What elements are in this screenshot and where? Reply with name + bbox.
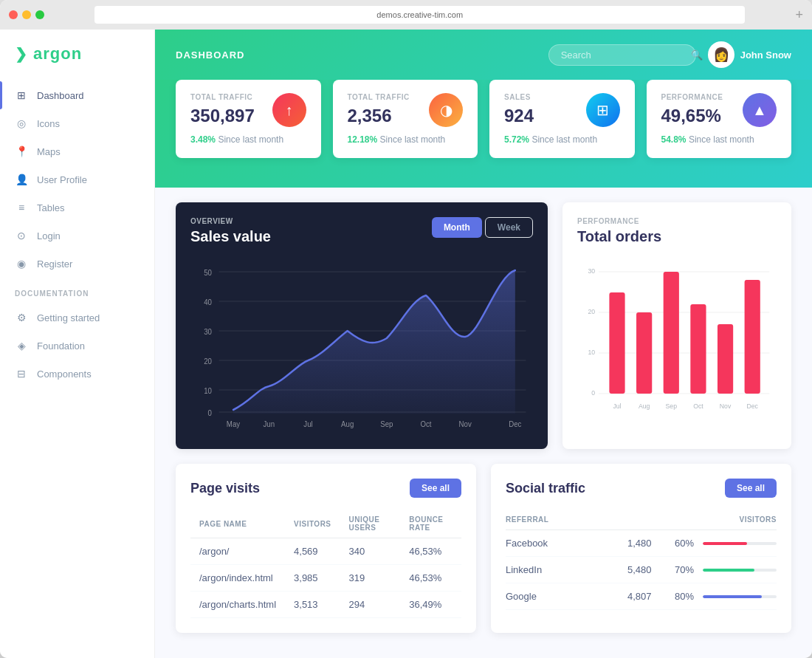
stats-grid: TOTAL TRAFFIC 350,897 ↑ 3.48% Since last… — [176, 80, 791, 158]
performance-label: PERFORMANCE — [577, 217, 661, 225]
table-row: /argon/charts.html 3,513 294 36,49% — [190, 592, 461, 618]
app-layout: ❯ argon ⊞ Dashboard ◎ Icons 📍 Maps 👤 — [0, 30, 812, 658]
browser-bar: demos.creative-tim.com + — [0, 0, 812, 30]
search-icon: 🔍 — [691, 49, 703, 61]
stat-label: SALES — [504, 93, 534, 101]
month-button[interactable]: Month — [432, 217, 482, 238]
referral-percent: 60% — [664, 538, 694, 549]
social-traffic-see-all[interactable]: See all — [725, 479, 777, 498]
referral-percent: 70% — [664, 564, 694, 575]
svg-text:Nov: Nov — [459, 420, 472, 428]
sidebar-item-register[interactable]: ◉ Register — [0, 250, 154, 278]
stat-icon-traffic1: ↑ — [272, 93, 306, 127]
referral-visitors: 5,480 — [627, 564, 664, 575]
sales-line-chart: 0 10 20 30 40 50 May Jun Jul — [190, 257, 533, 434]
stat-icon-performance: ▲ — [743, 93, 777, 127]
progress-bar-google — [703, 595, 762, 598]
svg-text:Dec: Dec — [747, 402, 759, 410]
sidebar-item-label: Icons — [37, 118, 60, 129]
page-visits-see-all[interactable]: See all — [410, 479, 461, 498]
stat-period: Since last month — [689, 134, 754, 145]
chart-header: PERFORMANCE Total orders — [577, 217, 777, 245]
page-visits-title: Page visits — [190, 481, 260, 496]
dot-yellow[interactable] — [22, 10, 31, 19]
header-title: DASHBOARD — [176, 49, 245, 61]
svg-text:Jul: Jul — [303, 420, 312, 428]
sidebar-item-dashboard[interactable]: ⊞ Dashboard — [0, 81, 154, 109]
browser-window: demos.creative-tim.com + ❯ argon ⊞ Dashb… — [0, 0, 812, 658]
stat-footer: 5.72% Since last month — [504, 134, 620, 145]
stats-section: TOTAL TRAFFIC 350,897 ↑ 3.48% Since last… — [155, 80, 812, 188]
sidebar-item-icons[interactable]: ◎ Icons — [0, 109, 154, 137]
social-traffic-card: Social traffic See all REFERRAL VISITORS… — [491, 464, 791, 633]
svg-text:0: 0 — [208, 409, 213, 417]
table-row: /argon/index.html 3,985 319 46,53% — [190, 565, 461, 592]
svg-rect-32 — [718, 324, 733, 394]
cell-unique: 340 — [340, 538, 401, 565]
browser-dots — [9, 10, 44, 19]
sidebar-item-label: Register — [37, 258, 72, 270]
stat-change: 5.72% — [504, 134, 529, 145]
svg-rect-29 — [636, 312, 652, 394]
week-button[interactable]: Week — [485, 217, 533, 238]
logo-icon: ❯ — [15, 45, 27, 63]
sidebar-item-label: User Profile — [37, 174, 87, 185]
dashboard-icon: ⊞ — [15, 89, 28, 102]
user-icon: 👤 — [15, 173, 28, 186]
stat-period: Since last month — [218, 134, 283, 145]
stat-card-traffic2: TOTAL TRAFFIC 2,356 ◑ 12.18% Since last … — [333, 80, 478, 158]
svg-text:30: 30 — [588, 267, 595, 275]
stat-label: TOTAL TRAFFIC — [348, 93, 410, 101]
cell-bounce: 46,53% — [400, 538, 461, 565]
stat-card-traffic1: TOTAL TRAFFIC 350,897 ↑ 3.48% Since last… — [176, 80, 321, 158]
col-bounce-rate: BOUNCE RATE — [400, 510, 461, 538]
sidebar-item-login[interactable]: ⊙ Login — [0, 222, 154, 250]
sidebar-item-maps[interactable]: 📍 Maps — [0, 137, 154, 165]
user-name: John Snow — [740, 49, 791, 61]
stat-value: 2,356 — [348, 106, 410, 126]
col-page-name: PAGE NAME — [190, 510, 285, 538]
svg-text:Sep: Sep — [380, 420, 393, 428]
svg-rect-30 — [664, 272, 679, 394]
stat-header: SALES 924 ⊞ — [504, 93, 620, 127]
browser-plus[interactable]: + — [795, 7, 803, 23]
cell-unique: 294 — [340, 592, 401, 618]
cell-unique: 319 — [340, 565, 401, 592]
svg-text:Oct: Oct — [420, 420, 431, 428]
stat-label: PERFORMANCE — [661, 93, 723, 101]
sidebar-item-label: Dashboard — [37, 90, 84, 101]
sidebar-item-label: Getting started — [37, 312, 100, 323]
sidebar-item-foundation[interactable]: ◈ Foundation — [0, 332, 154, 360]
social-col-visitors: VISITORS — [740, 515, 777, 524]
dot-red[interactable] — [9, 10, 18, 19]
page-visits-card: Page visits See all PAGE NAME VISITORS U… — [176, 464, 476, 633]
referral-name: LinkedIn — [506, 564, 627, 575]
stat-label: TOTAL TRAFFIC — [190, 93, 255, 101]
progress-bar-facebook — [703, 542, 747, 545]
cell-bounce: 46,53% — [400, 565, 461, 592]
avatar: 👩 — [708, 41, 734, 68]
svg-rect-31 — [690, 304, 706, 394]
stat-change: 3.48% — [190, 134, 216, 145]
sidebar-item-components[interactable]: ⊟ Components — [0, 360, 154, 388]
search-box[interactable]: 🔍 — [548, 44, 696, 66]
svg-rect-28 — [609, 292, 625, 394]
browser-url: demos.creative-tim.com — [94, 6, 745, 24]
cell-visitors: 3,513 — [285, 592, 340, 618]
svg-text:Aug: Aug — [341, 420, 354, 428]
cell-page: /argon/charts.html — [190, 592, 285, 618]
dot-green[interactable] — [35, 10, 44, 19]
referral-percent: 80% — [664, 591, 694, 602]
sidebar-item-tables[interactable]: ≡ Tables — [0, 193, 154, 222]
svg-text:20: 20 — [588, 308, 595, 315]
user-info[interactable]: 👩 John Snow — [708, 41, 791, 68]
stat-period: Since last month — [380, 134, 446, 145]
search-input[interactable] — [561, 49, 685, 61]
sidebar-item-getting-started[interactable]: ⚙ Getting started — [0, 304, 154, 332]
stat-card-performance: PERFORMANCE 49,65% ▲ 54.8% Since last mo… — [647, 80, 792, 158]
social-row-facebook: Facebook 1,480 60% — [506, 530, 777, 557]
social-row-google: Google 4,807 80% — [506, 583, 777, 610]
sidebar-item-user-profile[interactable]: 👤 User Profile — [0, 165, 154, 193]
svg-text:Aug: Aug — [639, 402, 650, 410]
main-content: DASHBOARD 🔍 👩 John Snow — [155, 30, 812, 658]
